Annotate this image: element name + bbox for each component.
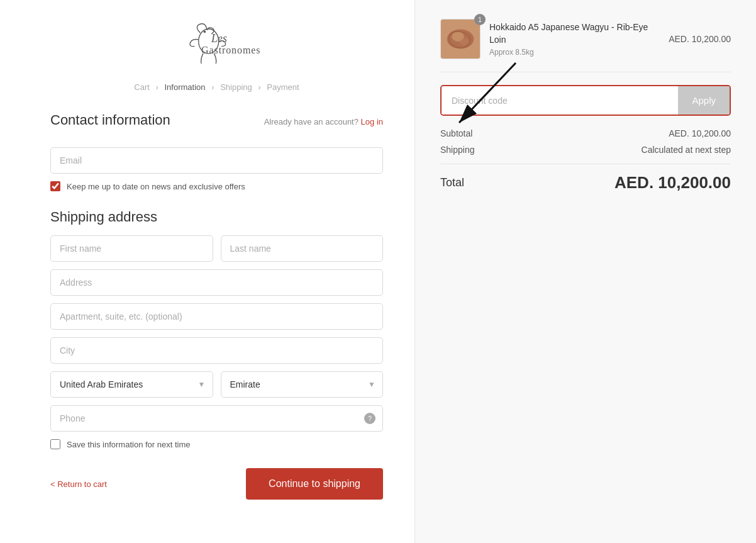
last-name-field[interactable] [221,235,384,262]
address-field[interactable] [50,269,383,296]
total-label: Total [440,176,464,189]
summary-divider [440,164,731,164]
shipping-label: Shipping [440,145,475,155]
subtotal-row: Subtotal AED. 10,200.00 [440,128,731,138]
email-field[interactable] [50,147,383,174]
country-select-wrapper: United Arab Emirates ▼ [50,371,213,398]
logo-area: Les Gastronomes [50,19,383,71]
emirate-select-wrapper: Emirate ▼ [221,371,384,398]
contact-title: Contact information [50,112,170,128]
return-to-cart-link[interactable]: < Return to cart [50,479,107,489]
product-image-wrap: 1 [440,19,481,59]
breadcrumb: Cart › Information › Shipping › Payment [50,82,383,92]
login-link[interactable]: Log in [361,117,383,126]
first-name-field[interactable] [50,235,213,262]
product-row: 1 Hokkaido A5 Japanese Wagyu - Rib-Eye L… [440,19,731,72]
svg-point-7 [459,38,469,45]
subtotal-label: Subtotal [440,128,472,138]
continue-to-shipping-button[interactable]: Continue to shipping [246,468,383,500]
total-value: AED. 10,200.00 [614,173,731,193]
save-info-checkbox[interactable] [50,439,60,449]
discount-code-input[interactable] [442,86,678,115]
total-row: Total AED. 10,200.00 [440,173,731,193]
breadcrumb-shipping[interactable]: Shipping [220,82,252,92]
shipping-value: Calculated at next step [642,145,731,155]
product-sub: Approx 8.5kg [489,48,660,57]
breadcrumb-payment[interactable]: Payment [267,82,299,92]
svg-text:Les: Les [211,32,227,45]
country-select[interactable]: United Arab Emirates [50,371,213,398]
emirate-select[interactable]: Emirate [221,371,384,398]
save-info-label: Save this information for next time [67,440,191,449]
newsletter-label: Keep me up to date on news and exclusive… [67,182,245,191]
svg-point-1 [203,31,206,33]
subtotal-value: AED. 10,200.00 [669,128,731,138]
apt-field[interactable] [50,303,383,330]
city-field[interactable] [50,337,383,364]
phone-help-icon[interactable]: ? [364,413,375,424]
discount-area: Apply [440,85,731,116]
breadcrumb-information: Information [165,82,206,92]
product-name: Hokkaido A5 Japanese Wagyu - Rib-Eye Loi… [489,21,660,46]
login-prompt: Already have an account? Log in [264,117,383,126]
product-info: Hokkaido A5 Japanese Wagyu - Rib-Eye Loi… [489,21,660,56]
product-quantity-badge: 1 [474,14,486,25]
shipping-title: Shipping address [50,209,383,225]
newsletter-checkbox[interactable] [50,181,60,191]
svg-text:Gastronomes: Gastronomes [201,45,260,55]
product-price: AED. 10,200.00 [669,34,731,44]
product-image [440,19,481,59]
breadcrumb-cart[interactable]: Cart [134,82,150,92]
phone-field[interactable] [50,405,383,432]
shipping-row: Shipping Calculated at next step [440,145,731,155]
apply-button[interactable]: Apply [678,86,730,115]
